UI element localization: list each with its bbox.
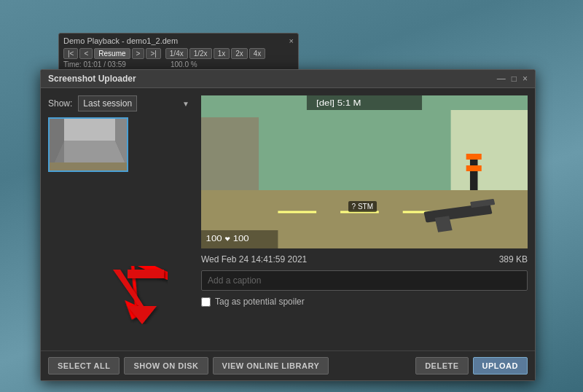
demo-prev-button[interactable]: <: [79, 48, 93, 59]
svg-rect-16: [201, 117, 259, 190]
show-select[interactable]: Last session All Today: [78, 95, 137, 111]
svg-text:[del] 5:1 M: [del] 5:1 M: [316, 99, 361, 107]
demo-progress-label: 100.0 %: [171, 60, 197, 68]
close-icon[interactable]: ×: [523, 74, 528, 84]
speed-1x[interactable]: 1x: [214, 48, 230, 59]
bottom-right-buttons: DELETE UPLOAD: [415, 357, 528, 375]
demo-resume-button[interactable]: Resume: [94, 48, 130, 59]
dropdown-arrow-icon: ▼: [182, 100, 189, 108]
upload-button[interactable]: UPLOAD: [473, 357, 528, 375]
select-all-button[interactable]: SELECT ALL: [48, 357, 120, 375]
screenshot-date: Wed Feb 24 14:41:59 2021: [201, 254, 307, 264]
window-titlebar: Screenshot Uploader — □ ×: [41, 70, 535, 88]
minimize-icon[interactable]: —: [497, 74, 506, 84]
demo-next-button[interactable]: >: [132, 48, 145, 59]
spoiler-row: Tag as potential spoiler: [201, 297, 528, 307]
left-panel: Show: Last session All Today ▼: [48, 95, 194, 343]
demo-title: Demo Playback - demo1_2.dem: [63, 36, 178, 45]
speed-quarter[interactable]: 1/4x: [165, 48, 188, 59]
show-on-disk-button[interactable]: SHOW ON DISK: [124, 357, 208, 375]
screenshot-size: 389 KB: [499, 254, 528, 264]
delete-button[interactable]: DELETE: [415, 357, 468, 375]
screenshot-thumb[interactable]: [48, 117, 128, 172]
right-panel: 100 ♥ 100 [del] 5:1 M ? STM: [201, 95, 528, 343]
svg-rect-6: [50, 162, 128, 172]
speed-2x[interactable]: 2x: [231, 48, 248, 59]
screenshot-grid: [48, 117, 194, 172]
window-title: Screenshot Uploader: [48, 74, 136, 84]
demo-playback-bar: Demo Playback - demo1_2.dem × |< < Resum…: [58, 33, 299, 72]
demo-end-button[interactable]: >|: [146, 48, 160, 59]
demo-start-button[interactable]: |<: [63, 48, 78, 59]
window-body: Show: Last session All Today ▼: [41, 88, 535, 350]
maximize-icon[interactable]: □: [512, 74, 517, 84]
view-online-button[interactable]: VIEW ONLINE LIBRARY: [213, 357, 329, 375]
show-label: Show:: [48, 98, 72, 109]
svg-marker-2: [64, 119, 115, 141]
demo-speed-controls: 1/4x 1/2x 1x 2x 4x: [165, 48, 266, 59]
thumb-preview: [50, 119, 127, 170]
demo-controls: |< < Resume > >| 1/4x 1/2x 1x 2x 4x: [63, 48, 294, 59]
window-controls: — □ ×: [497, 74, 528, 84]
svg-rect-10: [466, 154, 482, 160]
preview-game-bg: 100 ♥ 100 [del] 5:1 M ? STM: [201, 95, 528, 248]
screenshot-uploader-window: Screenshot Uploader — □ × Show: Last ses…: [40, 69, 536, 381]
caption-input[interactable]: [201, 270, 528, 291]
demo-time: Time: 01:01 / 03:59 100.0 %: [63, 60, 294, 68]
preview-scene-svg: 100 ♥ 100 [del] 5:1 M: [201, 95, 528, 248]
demo-close-icon[interactable]: ×: [289, 36, 294, 45]
meta-row: Wed Feb 24 14:41:59 2021 389 KB: [201, 254, 528, 264]
show-row: Show: Last session All Today ▼: [48, 95, 194, 111]
svg-rect-11: [466, 165, 482, 171]
bottom-bar: SELECT ALL SHOW ON DISK VIEW ONLINE LIBR…: [41, 350, 535, 380]
hud-badge: ? STM: [348, 201, 377, 212]
svg-text:100 ♥ 100: 100 ♥ 100: [206, 235, 250, 243]
thumb-svg: [50, 119, 128, 172]
speed-4x[interactable]: 4x: [249, 48, 266, 59]
spoiler-checkbox[interactable]: [201, 297, 211, 307]
show-select-wrapper: Last session All Today ▼: [78, 95, 194, 111]
preview-image: 100 ♥ 100 [del] 5:1 M ? STM: [201, 95, 528, 248]
demo-time-label: Time: 01:01 / 03:59: [63, 60, 126, 68]
demo-title-row: Demo Playback - demo1_2.dem ×: [63, 36, 294, 45]
bottom-left-buttons: SELECT ALL SHOW ON DISK VIEW ONLINE LIBR…: [48, 357, 329, 375]
spoiler-label: Tag as potential spoiler: [215, 297, 305, 307]
speed-half[interactable]: 1/2x: [189, 48, 212, 59]
